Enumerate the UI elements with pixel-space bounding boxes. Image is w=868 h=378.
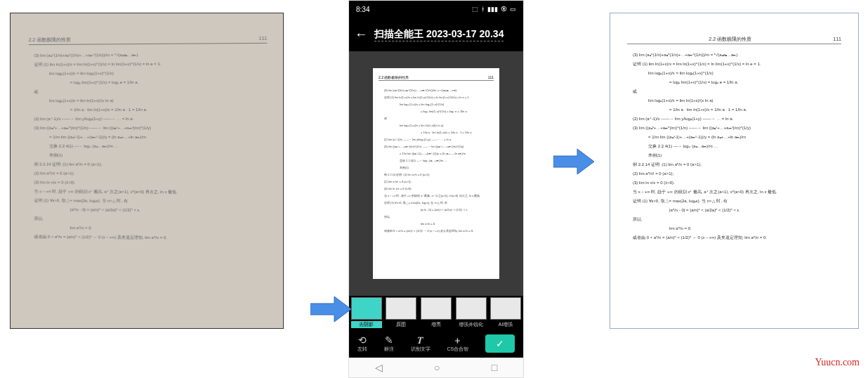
math-line: 例 2.2.14 证明: (1) lim aⁿ/n = 0 (a>1);	[633, 161, 841, 168]
math-line: (3) lim ((a₁ⁿ+…+aₘⁿ)/m)^(1/n) ――→ lim ((…	[633, 124, 841, 131]
math-line: (2) lim (aˣ-1)/x ――→ lim y/logₐ(1+y) ――→…	[34, 115, 268, 122]
document-title[interactable]: 扫描全能王 2023-03-17 20.34	[374, 28, 504, 41]
math-line: lim aⁿ/n = 0.	[70, 224, 268, 233]
signature-icon: ᚐ	[455, 335, 460, 345]
phone-mockup: 8:34 ⬚ ᚼ ▮▮▮ ⦿ ▭ ← 扫描全能王 2023-03-17 20.3…	[348, 0, 524, 378]
text-icon: 𝑻	[417, 335, 423, 345]
math-line: 证明 (1) lim ln(1+x)/x = lim ln(1+x)^(1/x)…	[34, 60, 268, 68]
math-line: (3) lim ln x/x = 0 (λ>0).	[34, 178, 268, 186]
arrow-icon	[310, 295, 353, 323]
math-line: 或	[633, 88, 841, 95]
math-line: (2) lim aⁿ/n! = 0 (a>1);	[633, 170, 841, 177]
status-time: 8:34	[356, 6, 369, 13]
math-line: (2) lim (aˣ-1)/x ――→ lim y/logₐ(1+y) ――→…	[633, 115, 841, 122]
scanned-page: 2.2 函数极限的性质111 (3) lim (a₁^(1/n)+a₂^(1/n…	[373, 68, 499, 279]
watermark: Yuucn.com	[815, 357, 860, 368]
section-title: 2.2 函数极限的性质	[29, 37, 71, 44]
filter-original[interactable]: 原图	[384, 296, 419, 330]
math-line: 本例(1)	[648, 152, 841, 159]
processed-scan: 2.2 函数极限的性质 111 (3) lim (a₁^(1/n)+a₂^(1/…	[610, 13, 859, 329]
math-line: lim aⁿ/n = 0.	[669, 225, 841, 232]
math-line: |aⁿ/n - 0| = (a/n)ⁿ < (a/2a)ⁿ < (1/2)ⁿ <…	[70, 206, 268, 214]
math-line: = 1/m lim ((a₁ʸ-1)+…+(aₘʸ-1))/y = (ln a₁…	[648, 133, 841, 141]
math-line: 例 2.2.14 证明: (1) lim aⁿ/n = 0 (a>1);	[34, 161, 268, 169]
math-line: 交换 2.2.4(1) —→ logₑ (a₁…aₘ)/m …	[49, 143, 267, 150]
bluetooth-icon: ᚼ	[481, 6, 485, 13]
document-viewport[interactable]: 2.2 函数极限的性质111 (3) lim (a₁^(1/n)+a₂^(1/n…	[349, 51, 523, 296]
math-line: lim logₐ(1+x)/x = lim logₐ(1+x)^(1/x)	[49, 69, 267, 77]
source-photo: 2.2 函数极限的性质 111 (3) lim (a₁^(1/n)+a₂^(1/…	[10, 13, 284, 329]
math-line: 或者由 0 < aⁿ/n = (a/n)ⁿ < (1/2)ⁿ → 0 (x→+∞…	[34, 233, 268, 242]
math-line: (3) lim (a₁^(1/n)+a₂^(1/n)+…+aₘ^(1/n))/m…	[633, 51, 841, 58]
toolbar: ⟲左转 ✎标注 𝑻识别文字 ᚐCS合合智 ✓	[349, 330, 523, 358]
svg-marker-1	[553, 149, 594, 174]
math-line: 所以,	[34, 215, 268, 223]
signal-icon: ▮▮▮	[487, 6, 498, 13]
math-line: |aⁿ/n - 0| = (a/n)ⁿ < (a/2a)ⁿ < (1/2)ⁿ <…	[669, 207, 841, 214]
nav-recent-icon[interactable]: □	[492, 362, 497, 373]
merge-button[interactable]: ᚐCS合合智	[447, 335, 468, 353]
annotate-button[interactable]: ✎标注	[384, 335, 394, 353]
status-bar: 8:34 ⬚ ᚼ ▮▮▮ ⦿ ▭	[349, 1, 523, 18]
math-line: (2) lim aⁿ/n! = 0 (a>1);	[34, 170, 268, 178]
page-number: 111	[833, 36, 841, 43]
android-navbar: ◁ ○ □	[349, 358, 523, 377]
math-line: = 1/m lim ((a₁ʸ-1)+…+(aₘʸ-1))/y = (ln a₁…	[49, 133, 267, 141]
math-line: 或	[34, 87, 268, 95]
section-title: 2.2 函数极限的性质	[709, 36, 751, 43]
math-line: 当 x→+∞ 时, 趋于 +∞ 的级别 xˣ 最高, aˣ 次之(a>1), x…	[633, 188, 841, 195]
pencil-icon: ✎	[385, 335, 393, 345]
math-line: = logₐ lim(1+x)^(1/x) = logₐ e = 1/ln a.	[669, 79, 841, 86]
math-line: 交换 2.2.4(1) —→ logₑ (a₁…aₘ)/m …	[648, 143, 841, 150]
filter-brighten[interactable]: 增亮	[419, 296, 454, 330]
ocr-button[interactable]: 𝑻识别文字	[411, 335, 430, 353]
math-line: (3) lim (a₁^(1/n)+a₂^(1/n)+…+aₘ^(1/n))/m…	[34, 51, 268, 59]
math-line: = 1/ln a · lim ln(1+x)/x = 1/ln a · 1 = …	[70, 106, 268, 113]
math-line: (3) lim ((a₁ⁿ+…+aₘⁿ)/m)^(1/n) ――→ lim ((…	[34, 124, 268, 131]
page-header: 2.2 函数极限的性质 111	[29, 35, 268, 45]
math-line: = logₐ lim(1+x)^(1/x) = logₐ e = 1/ln a.	[70, 78, 268, 86]
math-line: lim logₐ(1+x)/x = lim logₐ(1+x)^(1/x)	[648, 70, 841, 77]
rotate-icon: ⟲	[358, 335, 367, 345]
math-line: (3) lim ln x/x = 0 (λ>0).	[633, 179, 841, 186]
filter-ai[interactable]: AI增强	[488, 296, 523, 330]
svg-marker-0	[310, 296, 351, 322]
filter-sharpen[interactable]: 增强并锐化	[454, 296, 489, 330]
filter-strip: 去阴影 原图 增亮 增强并锐化 AI增强	[349, 296, 523, 330]
math-line: 证明 (1) ∀ε>0, 取△= max{2a, logₐε}. 当 n>△ 时…	[34, 197, 268, 205]
math-line: lim logₐ(1+x)/x = lim ln(1+x)/(x ln a)	[49, 97, 267, 105]
confirm-button[interactable]: ✓	[485, 334, 515, 353]
nav-back-icon[interactable]: ◁	[375, 362, 383, 373]
rotate-button[interactable]: ⟲左转	[357, 335, 367, 353]
page-number: 111	[258, 35, 267, 42]
filter-deshade[interactable]: 去阴影	[349, 296, 384, 330]
math-line: 本例(1)	[49, 152, 267, 159]
math-line: 或者由 0 < aⁿ/n = (a/n)ⁿ < (1/2)ⁿ → 0 (x→+∞…	[633, 234, 841, 241]
battery-icon: ▭	[510, 6, 516, 13]
nav-home-icon[interactable]: ○	[434, 362, 440, 373]
page-header: 2.2 函数极限的性质 111	[627, 36, 841, 44]
math-line: 证明 (1) ∀ε>0, 取△= max{2a, logₐε}. 当 n>△ 时…	[633, 197, 841, 204]
math-line: = 1/ln a · lim ln(1+x)/x = 1/ln a · 1 = …	[669, 106, 841, 113]
math-line: lim logₐ(1+x)/x = lim ln(1+x)/(x ln a)	[648, 97, 841, 104]
title-bar: ← 扫描全能王 2023-03-17 20.34	[349, 18, 523, 51]
arrow-icon	[553, 148, 596, 176]
check-icon: ✓	[496, 338, 504, 349]
back-button[interactable]: ←	[355, 27, 367, 42]
math-line: 所以,	[633, 216, 841, 223]
wifi-icon: ⦿	[501, 6, 507, 13]
status-icons: ⬚ ᚼ ▮▮▮ ⦿ ▭	[472, 6, 516, 13]
nfc-icon: ⬚	[472, 6, 478, 13]
math-line: 证明 (1) lim ln(1+x)/x = lim ln(1+x)^(1/x)…	[633, 60, 841, 67]
math-line: 当 x→+∞ 时, 趋于 +∞ 的级别 xˣ 最高, aˣ 次之(a>1), x…	[34, 188, 268, 195]
